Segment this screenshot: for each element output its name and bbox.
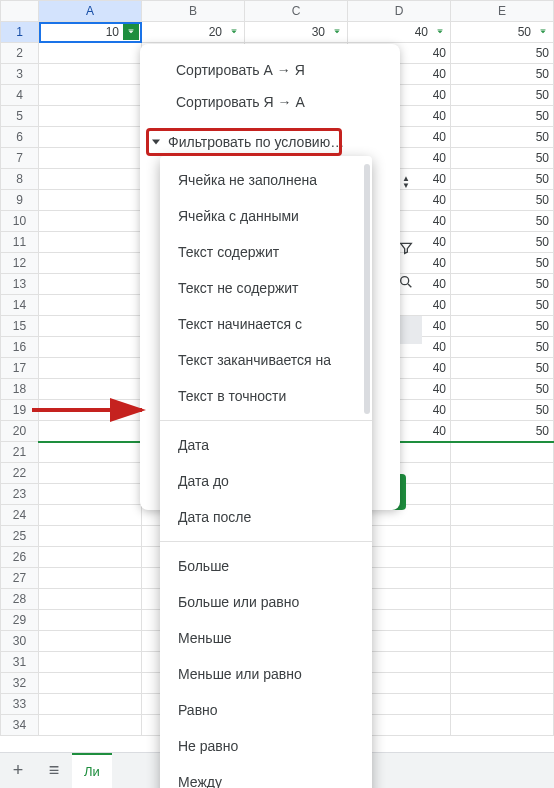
cell-E24[interactable] (451, 505, 554, 526)
cell-A24[interactable] (39, 505, 142, 526)
column-header-B[interactable]: B (142, 1, 245, 22)
header-cell-E1[interactable]: 50 (451, 22, 554, 43)
cell-E6[interactable]: 50 (451, 127, 554, 148)
cell-E21[interactable] (451, 442, 554, 463)
condition-option[interactable]: Дата до (160, 463, 372, 499)
row-header-24[interactable]: 24 (1, 505, 39, 526)
cell-A4[interactable] (39, 85, 142, 106)
row-header-1[interactable]: 1 (1, 22, 39, 43)
cell-E26[interactable] (451, 547, 554, 568)
sort-z-a[interactable]: Сортировать Я → А (140, 86, 400, 118)
header-cell-A1[interactable]: 10 (39, 22, 142, 43)
condition-option[interactable]: Дата после (160, 499, 372, 535)
cell-E30[interactable] (451, 631, 554, 652)
cell-A32[interactable] (39, 673, 142, 694)
row-header-22[interactable]: 22 (1, 463, 39, 484)
cell-E11[interactable]: 50 (451, 232, 554, 253)
cell-E15[interactable]: 50 (451, 316, 554, 337)
row-header-29[interactable]: 29 (1, 610, 39, 631)
filter-icon[interactable] (329, 24, 345, 40)
row-header-5[interactable]: 5 (1, 106, 39, 127)
row-header-17[interactable]: 17 (1, 358, 39, 379)
row-header-9[interactable]: 9 (1, 190, 39, 211)
filter-icon[interactable] (432, 24, 448, 40)
cell-E13[interactable]: 50 (451, 274, 554, 295)
row-header-25[interactable]: 25 (1, 526, 39, 547)
condition-option[interactable]: Больше или равно (160, 584, 372, 620)
cell-E28[interactable] (451, 589, 554, 610)
row-header-12[interactable]: 12 (1, 253, 39, 274)
cell-A33[interactable] (39, 694, 142, 715)
row-header-30[interactable]: 30 (1, 631, 39, 652)
cell-E34[interactable] (451, 715, 554, 736)
filter-icon[interactable] (123, 24, 139, 40)
cell-A19[interactable] (39, 400, 142, 421)
filter-by-condition[interactable]: Фильтровать по условию… (140, 128, 400, 156)
row-header-10[interactable]: 10 (1, 211, 39, 232)
cell-A25[interactable] (39, 526, 142, 547)
row-header-13[interactable]: 13 (1, 274, 39, 295)
cell-E29[interactable] (451, 610, 554, 631)
row-header-16[interactable]: 16 (1, 337, 39, 358)
condition-option[interactable]: Равно (160, 692, 372, 728)
header-cell-C1[interactable]: 30 (245, 22, 348, 43)
row-header-15[interactable]: 15 (1, 316, 39, 337)
column-header-A[interactable]: A (39, 1, 142, 22)
cell-E16[interactable]: 50 (451, 337, 554, 358)
cell-A31[interactable] (39, 652, 142, 673)
cell-E2[interactable]: 50 (451, 43, 554, 64)
row-header-6[interactable]: 6 (1, 127, 39, 148)
cell-A14[interactable] (39, 295, 142, 316)
cell-E33[interactable] (451, 694, 554, 715)
cell-E25[interactable] (451, 526, 554, 547)
row-header-3[interactable]: 3 (1, 64, 39, 85)
column-header-E[interactable]: E (451, 1, 554, 22)
condition-option[interactable]: Меньше (160, 620, 372, 656)
row-header-28[interactable]: 28 (1, 589, 39, 610)
cell-E4[interactable]: 50 (451, 85, 554, 106)
cell-E23[interactable] (451, 484, 554, 505)
cell-A2[interactable] (39, 43, 142, 64)
row-header-23[interactable]: 23 (1, 484, 39, 505)
cell-E19[interactable]: 50 (451, 400, 554, 421)
cell-E12[interactable]: 50 (451, 253, 554, 274)
row-header-11[interactable]: 11 (1, 232, 39, 253)
cell-E27[interactable] (451, 568, 554, 589)
add-sheet-button[interactable]: + (0, 753, 36, 789)
row-header-33[interactable]: 33 (1, 694, 39, 715)
row-header-19[interactable]: 19 (1, 400, 39, 421)
row-header-2[interactable]: 2 (1, 43, 39, 64)
condition-option[interactable]: Текст в точности (160, 378, 372, 414)
column-header-C[interactable]: C (245, 1, 348, 22)
cell-E14[interactable]: 50 (451, 295, 554, 316)
cell-A7[interactable] (39, 148, 142, 169)
column-header-D[interactable]: D (348, 1, 451, 22)
row-header-20[interactable]: 20 (1, 421, 39, 442)
cell-A22[interactable] (39, 463, 142, 484)
condition-option[interactable]: Меньше или равно (160, 656, 372, 692)
cell-A29[interactable] (39, 610, 142, 631)
row-header-7[interactable]: 7 (1, 148, 39, 169)
cell-E9[interactable]: 50 (451, 190, 554, 211)
cell-E22[interactable] (451, 463, 554, 484)
cell-A34[interactable] (39, 715, 142, 736)
condition-option[interactable]: Ячейка не заполнена (160, 162, 372, 198)
cell-A23[interactable] (39, 484, 142, 505)
cell-A30[interactable] (39, 631, 142, 652)
cell-A16[interactable] (39, 337, 142, 358)
row-header-26[interactable]: 26 (1, 547, 39, 568)
row-header-34[interactable]: 34 (1, 715, 39, 736)
condition-option[interactable]: Не равно (160, 728, 372, 764)
cell-A18[interactable] (39, 379, 142, 400)
row-header-31[interactable]: 31 (1, 652, 39, 673)
row-header-21[interactable]: 21 (1, 442, 39, 463)
header-cell-B1[interactable]: 20 (142, 22, 245, 43)
cell-A9[interactable] (39, 190, 142, 211)
cell-A15[interactable] (39, 316, 142, 337)
condition-option[interactable]: Текст не содержит (160, 270, 372, 306)
cell-A20[interactable] (39, 421, 142, 442)
condition-option[interactable]: Текст содержит (160, 234, 372, 270)
cell-E3[interactable]: 50 (451, 64, 554, 85)
condition-option[interactable]: Текст заканчивается на (160, 342, 372, 378)
cell-E20[interactable]: 50 (451, 421, 554, 442)
